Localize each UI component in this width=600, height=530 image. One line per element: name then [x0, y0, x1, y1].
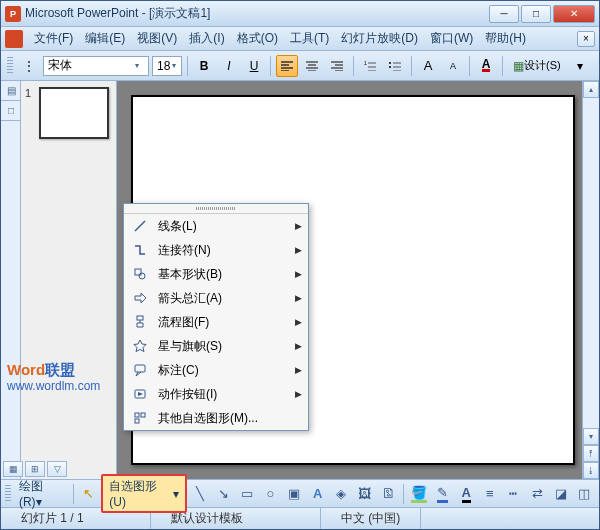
maximize-button[interactable]: □ — [521, 5, 551, 23]
status-language: 中文 (中国) — [321, 508, 421, 529]
align-right-button[interactable] — [326, 55, 348, 77]
svg-rect-5 — [137, 316, 143, 320]
app-icon: P — [5, 6, 21, 22]
normal-view-button[interactable]: ▦ — [3, 461, 23, 477]
menu-more-autoshapes[interactable]: 其他自选图形(M)... — [124, 406, 308, 430]
stars-icon — [130, 337, 150, 355]
numbered-list-button[interactable]: 1 — [359, 55, 381, 77]
italic-button[interactable]: I — [218, 55, 240, 77]
more-shapes-icon — [130, 409, 150, 427]
menu-callouts[interactable]: 标注(C)▶ — [124, 358, 308, 382]
menu-connectors[interactable]: 连接符(N)▶ — [124, 238, 308, 262]
dash-style-button[interactable]: ┅ — [503, 483, 525, 505]
sorter-view-button[interactable]: ⊞ — [25, 461, 45, 477]
font-color-button[interactable]: A — [455, 483, 477, 505]
oval-tool-button[interactable]: ○ — [260, 483, 282, 505]
svg-point-2 — [389, 66, 391, 68]
svg-rect-6 — [135, 365, 145, 372]
arrow-style-button[interactable]: ⇄ — [526, 483, 548, 505]
clipart-button[interactable]: 🖼 — [354, 483, 376, 505]
svg-rect-10 — [135, 419, 139, 423]
menu-basic-shapes[interactable]: 基本形状(B)▶ — [124, 262, 308, 286]
align-left-button[interactable] — [276, 55, 298, 77]
diagram-button[interactable]: ◈ — [330, 483, 352, 505]
menu-view[interactable]: 视图(V) — [132, 28, 182, 49]
autoshapes-menu: 线条(L)▶ 连接符(N)▶ 基本形状(B)▶ 箭头总汇(A)▶ 流程图(F)▶… — [123, 203, 309, 431]
font-name-select[interactable]: 宋体▾ — [43, 56, 149, 76]
select-objects-button[interactable]: ↖ — [78, 483, 100, 505]
design-button[interactable]: ▦ 设计(S) — [508, 55, 566, 77]
drawing-toolbar: 绘图(R)▾ ↖ 自选图形(U)▾ ╲ ↘ ▭ ○ ▣ A ◈ 🖼 🖻 🪣 ✎ … — [1, 479, 599, 507]
menu-file[interactable]: 文件(F) — [29, 28, 78, 49]
line-color-button[interactable]: ✎ — [432, 483, 454, 505]
menu-insert[interactable]: 插入(I) — [184, 28, 229, 49]
svg-point-4 — [139, 273, 145, 279]
decrease-font-button[interactable]: A — [442, 55, 464, 77]
svg-text:1: 1 — [364, 61, 367, 66]
increase-font-button[interactable]: A — [417, 55, 439, 77]
line-style-button[interactable]: ≡ — [479, 483, 501, 505]
font-color-button[interactable]: A — [475, 55, 497, 77]
menu-flowchart[interactable]: 流程图(F)▶ — [124, 310, 308, 334]
system-menu-icon[interactable] — [5, 30, 23, 48]
draw-menu-button[interactable]: 绘图(R)▾ — [15, 476, 69, 511]
scroll-up-button[interactable]: ▴ — [583, 81, 599, 98]
wordart-button[interactable]: A — [307, 483, 329, 505]
flowchart-icon — [130, 313, 150, 331]
action-buttons-icon — [130, 385, 150, 403]
menu-format[interactable]: 格式(O) — [232, 28, 283, 49]
slide-thumbnail-1[interactable] — [39, 87, 109, 139]
toolbar-grip[interactable] — [7, 57, 13, 75]
svg-rect-8 — [135, 413, 139, 417]
basic-shapes-icon — [130, 265, 150, 283]
font-size-select[interactable]: 18▾ — [152, 56, 182, 76]
prev-slide-button[interactable]: ⭱ — [583, 445, 599, 462]
scroll-down-button[interactable]: ▾ — [583, 428, 599, 445]
autoshapes-button[interactable]: 自选图形(U)▾ — [101, 474, 186, 513]
outline-tabs: ▤ □ — [1, 81, 21, 479]
menu-window[interactable]: 窗口(W) — [425, 28, 478, 49]
bullet-list-button[interactable] — [384, 55, 406, 77]
menu-lines[interactable]: 线条(L)▶ — [124, 214, 308, 238]
toolbar-more-button[interactable]: ▾ — [569, 55, 591, 77]
window-title: Microsoft PowerPoint - [演示文稿1] — [25, 5, 489, 22]
textbox-tool-button[interactable]: ▣ — [283, 483, 305, 505]
menu-slideshow[interactable]: 幻灯片放映(D) — [336, 28, 423, 49]
menu-tools[interactable]: 工具(T) — [285, 28, 334, 49]
menu-edit[interactable]: 编辑(E) — [80, 28, 130, 49]
formatting-toolbar: ⋮ 宋体▾ 18▾ B I U 1 A A A — [1, 51, 599, 81]
shadow-button[interactable]: ◪ — [550, 483, 572, 505]
close-button[interactable]: ✕ — [553, 5, 595, 23]
slides-tab[interactable]: □ — [1, 101, 21, 121]
menu-action-buttons[interactable]: 动作按钮(I)▶ — [124, 382, 308, 406]
slide-panel: 1 — [21, 81, 117, 479]
toolbar-expand-icon[interactable]: ⋮ — [18, 55, 40, 77]
fill-color-button[interactable]: 🪣 — [408, 483, 430, 505]
slideshow-view-button[interactable]: ▽ — [47, 461, 67, 477]
picture-button[interactable]: 🖻 — [378, 483, 400, 505]
arrow-tool-button[interactable]: ↘ — [212, 483, 234, 505]
line-tool-button[interactable]: ╲ — [189, 483, 211, 505]
underline-button[interactable]: U — [243, 55, 265, 77]
mdi-close-button[interactable]: × — [577, 31, 595, 47]
next-slide-button[interactable]: ⭳ — [583, 462, 599, 479]
menu-stars-banners[interactable]: 星与旗帜(S)▶ — [124, 334, 308, 358]
connectors-icon — [130, 241, 150, 259]
minimize-button[interactable]: ─ — [489, 5, 519, 23]
outline-tab[interactable]: ▤ — [1, 81, 21, 101]
toolbar-grip[interactable] — [5, 485, 11, 503]
align-center-button[interactable] — [301, 55, 323, 77]
3d-button[interactable]: ◫ — [573, 483, 595, 505]
arrows-icon — [130, 289, 150, 307]
vertical-scrollbar[interactable]: ▴ ▾ ⭱ ⭳ — [582, 81, 599, 479]
view-buttons: ▦ ⊞ ▽ — [3, 461, 67, 477]
bold-button[interactable]: B — [193, 55, 215, 77]
rectangle-tool-button[interactable]: ▭ — [236, 483, 258, 505]
menu-block-arrows[interactable]: 箭头总汇(A)▶ — [124, 286, 308, 310]
menubar: 文件(F) 编辑(E) 视图(V) 插入(I) 格式(O) 工具(T) 幻灯片放… — [1, 27, 599, 51]
titlebar: P Microsoft PowerPoint - [演示文稿1] ─ □ ✕ — [1, 1, 599, 27]
content-area: ▤ □ 1 ▴ ▾ ⭱ ⭳ Word联盟 www.wordlm.com ▦ — [1, 81, 599, 479]
menu-drag-handle[interactable] — [124, 204, 308, 214]
menu-help[interactable]: 帮助(H) — [480, 28, 531, 49]
slide-number: 1 — [25, 87, 35, 139]
